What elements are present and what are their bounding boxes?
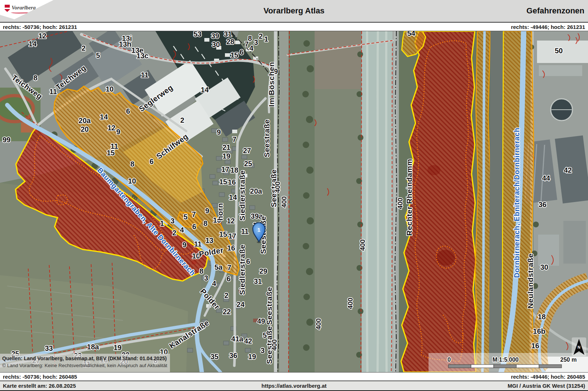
house-number-label: 54 <box>407 31 416 37</box>
footer-crs: MGI / Austria GK West (31254) <box>508 383 585 389</box>
coords-top-left: rechts: -50736; hoch: 261231 <box>3 24 77 30</box>
house-number-label: 11 <box>141 71 148 79</box>
logo-swoosh-icon <box>11 9 43 13</box>
house-number-label: 1 <box>160 219 164 227</box>
vorarlberg-logo: Vorarlberg <box>0 0 69 22</box>
house-number-label: 28 <box>226 38 234 46</box>
house-number-label: 13 <box>205 236 213 244</box>
house-number-label: 2 <box>180 116 184 124</box>
house-number-label: 13c <box>136 52 148 60</box>
attribution-overlay: Quellen: Land Vorarlberg, basemap.at, BE… <box>0 354 170 372</box>
house-number-label: 8 <box>130 160 134 168</box>
house-number-label: 11 <box>241 227 248 235</box>
house-number-label: 25 <box>244 160 252 168</box>
coordinate-bar-bottom: rechts: -50736; hoch: 260485 rechts: -49… <box>0 372 588 381</box>
house-number-label: 6 <box>149 157 153 165</box>
house-number-label: 14 <box>29 40 37 48</box>
house-number-label: 11 <box>194 240 201 248</box>
house-number-label: 8 <box>33 74 37 82</box>
house-number-label: 29 <box>259 267 267 275</box>
house-number-label: 11 <box>49 88 57 96</box>
house-number-label: 18 <box>230 166 238 174</box>
house-number-label: 5 <box>183 213 187 221</box>
reference-number-label: 400 <box>396 198 404 209</box>
house-number-label: 17 <box>228 232 236 240</box>
house-number-label: 9 <box>217 128 221 136</box>
map-theme-title: Gefahrenzonen <box>527 6 584 16</box>
scalebar-distance: 250 m <box>560 357 576 363</box>
house-number-label: 14 <box>100 113 108 121</box>
house-number-label: 20a <box>78 117 91 125</box>
house-number-label: 8 <box>199 267 203 275</box>
house-number-label: 15 <box>230 51 238 59</box>
house-number-label: 8 <box>248 34 252 42</box>
house-number-label: 6 <box>239 48 243 56</box>
house-number-label: 15 <box>219 178 227 186</box>
house-number-label: 1 <box>264 35 268 43</box>
house-number-label: 18 <box>538 313 546 321</box>
house-number-label: 53 <box>193 31 201 38</box>
house-number-label: 8 <box>203 219 207 227</box>
house-number-label: 16 <box>228 178 236 186</box>
house-number-label: 4 <box>180 226 184 234</box>
attribution-sources: Quellen: Land Vorarlberg, basemap.at, BE… <box>2 356 167 361</box>
house-number-label: 7 <box>192 210 196 218</box>
house-number-label: 16b <box>533 327 545 335</box>
house-number-label: 31 <box>224 31 232 38</box>
house-number-label: 9 <box>116 128 120 136</box>
footer-bar: Karte erstellt am: 26.08.2025 https://at… <box>0 381 588 390</box>
coords-bottom-left: rechts: -50736; hoch: 260485 <box>3 374 77 380</box>
house-number-label: 15 <box>107 149 115 157</box>
house-number-label: 6 <box>246 257 250 265</box>
house-number-label: 19 <box>248 353 256 361</box>
house-number-label: 19 <box>114 344 122 352</box>
street-name-label: horn <box>216 203 224 221</box>
reference-number-label: 400 <box>315 318 322 330</box>
scalebar-ratio: M 1:5.000 <box>493 357 519 363</box>
house-number-label: 24 <box>237 300 245 308</box>
watercourse-label: Dornbirnerach, Ebniterach/Dornbirnerach <box>513 127 521 278</box>
coordinate-bar-top: rechts: -50736; hoch: 261231 rechts: -49… <box>0 22 588 31</box>
house-number-label: 15 <box>219 230 227 238</box>
house-number-label: 36 <box>229 352 237 360</box>
house-number-label: 44 <box>542 174 550 182</box>
house-number-label: 19 <box>222 152 230 160</box>
north-letter: N <box>578 345 580 349</box>
street-name-label: Siedlerstraße <box>238 244 246 295</box>
street-name-label: Neulandstraße <box>526 253 534 308</box>
house-number-label: 42 <box>564 166 572 174</box>
header-bar: Vorarlberg Vorarlberg Atlas Gefahrenzone… <box>0 0 588 22</box>
map-svg: 1214258111013i13h13e13c119961420a2012911… <box>0 31 588 372</box>
house-number-label: 13h <box>119 40 131 48</box>
house-number-label: 42 <box>244 337 252 345</box>
scalebar-zero: 0 <box>448 357 451 363</box>
marker-number: 1 <box>257 227 260 233</box>
house-number-label: 41a <box>231 335 243 343</box>
house-number-label: 39 <box>211 32 219 40</box>
house-number-label: 10 <box>106 85 114 93</box>
house-number-label: 5 <box>96 51 100 59</box>
street-name-label: Siedlerstraße <box>238 170 246 221</box>
house-number-label: 9 <box>182 241 186 249</box>
page-title: Vorarlberg Atlas <box>264 6 325 16</box>
house-number-label: 18a <box>87 343 99 351</box>
north-arrow: N <box>572 337 586 356</box>
reference-number-label: 400 <box>359 239 366 251</box>
house-number-label: 10 <box>128 177 136 185</box>
coords-top-right: rechts: -49446; hoch: 261231 <box>511 24 585 30</box>
house-number-label: 20 <box>81 125 89 133</box>
house-number-label: 21 <box>222 143 230 151</box>
house-number-label: 3 <box>170 217 174 225</box>
house-number-label: 36 <box>538 201 546 209</box>
house-number-label: 20a <box>250 187 262 195</box>
house-number-label: 4 <box>249 44 253 52</box>
house-number-label: 2 <box>259 32 263 40</box>
house-number-label: 2 <box>172 229 176 237</box>
house-number-label: 7 <box>232 135 236 143</box>
house-number-label: 6 <box>126 107 130 115</box>
house-number-label: 16 <box>227 244 235 252</box>
house-number-label: 30 <box>212 41 220 49</box>
coords-bottom-right: rechts: -49446; hoch: 260485 <box>511 374 585 380</box>
house-number-label: 22 <box>223 308 231 316</box>
street-name-label: Im Böschen <box>267 62 276 107</box>
